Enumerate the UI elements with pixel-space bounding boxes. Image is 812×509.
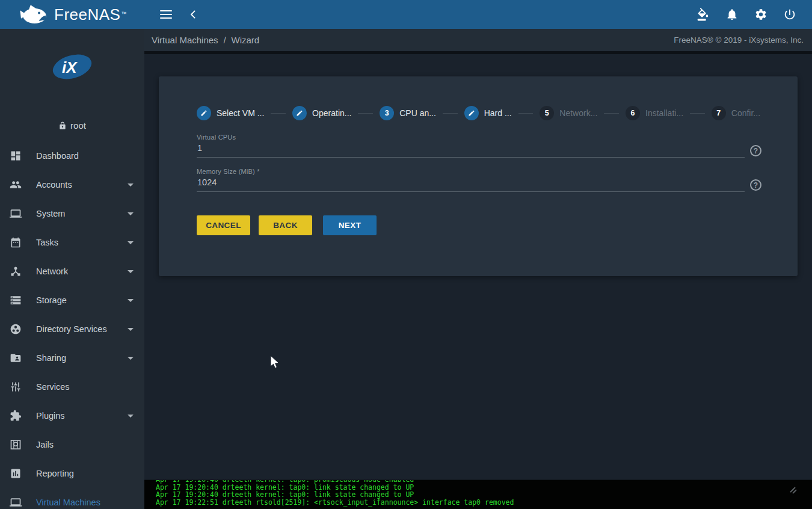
nav-label: Network — [36, 267, 68, 276]
step-installation[interactable]: 6 Installati... — [626, 106, 683, 120]
chevron-down-icon — [128, 212, 134, 215]
logged-in-user: root — [0, 120, 144, 131]
puzzle-icon — [10, 410, 22, 422]
breadcrumb-section[interactable]: Virtual Machines — [152, 35, 218, 45]
nav-label: Storage — [36, 295, 67, 305]
sidebar-item-accounts[interactable]: Accounts — [0, 170, 144, 199]
step-label: Installati... — [645, 108, 683, 118]
group-work-icon — [10, 323, 22, 335]
nav-label: Reporting — [36, 469, 74, 478]
step-label: Network... — [559, 108, 597, 118]
step-label: CPU an... — [399, 108, 436, 118]
nav-label: Tasks — [36, 238, 58, 247]
step-number-circle: 7 — [712, 106, 726, 120]
username-text: root — [70, 120, 86, 131]
dashboard-icon — [10, 150, 22, 162]
step-label: Hard ... — [484, 108, 512, 118]
virtual-cpus-input[interactable] — [197, 141, 745, 158]
step-connector — [604, 113, 619, 114]
storage-icon — [10, 294, 22, 306]
step-connector — [690, 113, 705, 114]
step-hard-disk[interactable]: Hard ... — [464, 106, 512, 120]
device-hub-icon — [10, 265, 22, 277]
sidebar-item-sharing[interactable]: Sharing — [0, 344, 144, 372]
sidebar-item-plugins[interactable]: Plugins — [0, 401, 144, 430]
ix-systems-logo: iX — [0, 51, 144, 85]
step-number-circle: 3 — [380, 106, 394, 120]
step-label: Confir... — [731, 108, 760, 118]
step-connector — [443, 113, 458, 114]
virtual-cpus-help-icon[interactable]: ? — [750, 145, 761, 156]
virtual-cpus-label: Virtual CPUs — [197, 134, 745, 141]
step-connector — [271, 113, 286, 114]
console-resize-handle-icon[interactable] — [788, 485, 799, 496]
chevron-down-icon — [128, 270, 134, 273]
step-number-circle: 5 — [540, 106, 554, 120]
sidebar-item-jails[interactable]: Jails — [0, 430, 144, 459]
cancel-button[interactable]: CANCEL — [197, 215, 250, 235]
nav-label: Services — [36, 382, 70, 392]
calendar-icon — [10, 236, 22, 248]
step-network[interactable]: 5 Network... — [540, 106, 597, 120]
sidebar: iX root Dashboard Accounts System — [0, 29, 144, 509]
memory-size-input[interactable] — [197, 175, 745, 192]
nav-label: Sharing — [36, 353, 66, 363]
top-bar: FreeNAS™ — [0, 0, 812, 29]
nav-label: Virtual Machines — [36, 498, 100, 507]
breadcrumb-page: Wizard — [232, 35, 260, 45]
computer-icon — [10, 496, 22, 508]
nav-label: Dashboard — [36, 151, 79, 161]
breadcrumb-bar: Virtual Machines / Wizard FreeNAS® © 201… — [144, 29, 812, 54]
shark-logo-icon — [17, 2, 49, 26]
step-confirm[interactable]: 7 Confir... — [712, 106, 760, 120]
brand-trademark: ™ — [121, 11, 126, 17]
nav-label: System — [36, 209, 65, 218]
bar-chart-icon — [10, 467, 22, 480]
sidebar-item-reporting[interactable]: Reporting — [0, 459, 144, 488]
virtual-cpus-field: Virtual CPUs — [197, 134, 745, 158]
notifications-bell-icon[interactable] — [725, 8, 739, 21]
breadcrumb-separator: / — [224, 35, 226, 45]
sidebar-item-network[interactable]: Network — [0, 257, 144, 286]
edit-pencil-icon — [292, 106, 307, 120]
theme-fill-icon[interactable] — [697, 8, 710, 21]
vm-wizard-card: Select VM ... Operatin... 3 CPU an... — [159, 76, 798, 276]
step-number-circle: 6 — [626, 106, 640, 120]
nav-label: Plugins — [36, 411, 65, 421]
next-button[interactable]: NEXT — [323, 215, 377, 235]
main-content: Select VM ... Operatin... 3 CPU an... — [144, 57, 812, 509]
back-chevron-icon[interactable] — [188, 9, 198, 20]
console-log-panel[interactable]: Apr 17 19:20:40 drteeth kernel: tap0: pr… — [144, 480, 812, 509]
step-number: 6 — [631, 109, 635, 117]
edit-pencil-icon — [464, 106, 479, 120]
console-lines: Apr 17 19:20:40 drteeth kernel: tap0: pr… — [156, 480, 812, 506]
sidebar-item-services[interactable]: Services — [0, 372, 144, 401]
chevron-down-icon — [128, 184, 134, 187]
step-connector — [518, 113, 534, 114]
console-line: Apr 17 19:20:40 drteeth kernel: tap0: li… — [156, 491, 812, 499]
sidebar-item-tasks[interactable]: Tasks — [0, 228, 144, 257]
step-connector — [358, 113, 373, 114]
power-icon[interactable] — [783, 8, 796, 21]
sidebar-item-system[interactable]: System — [0, 199, 144, 228]
folder-shared-icon — [10, 352, 22, 364]
memory-size-help-icon[interactable]: ? — [750, 179, 761, 191]
laptop-icon — [10, 208, 22, 220]
console-line: Apr 17 19:22:51 drteeth rtsold[2519]: <r… — [156, 499, 812, 507]
chevron-down-icon — [128, 357, 134, 360]
step-operating-system[interactable]: Operatin... — [292, 106, 351, 120]
menu-icon[interactable] — [160, 10, 172, 19]
step-select-vm[interactable]: Select VM ... — [197, 106, 264, 120]
freenas-logo: FreeNAS™ — [0, 0, 144, 29]
step-number: 7 — [716, 109, 721, 117]
settings-gear-icon[interactable] — [754, 8, 767, 21]
step-label: Operatin... — [312, 108, 351, 118]
back-button[interactable]: BACK — [259, 215, 312, 235]
sidebar-item-dashboard[interactable]: Dashboard — [0, 141, 144, 170]
sidebar-item-directory-services[interactable]: Directory Services — [0, 315, 144, 344]
chevron-down-icon — [128, 241, 134, 244]
step-cpu-memory[interactable]: 3 CPU an... — [380, 106, 436, 120]
sidebar-item-storage[interactable]: Storage — [0, 286, 144, 315]
wizard-buttons: CANCEL BACK NEXT — [197, 215, 377, 235]
sidebar-item-virtual-machines[interactable]: Virtual Machines — [0, 488, 144, 509]
